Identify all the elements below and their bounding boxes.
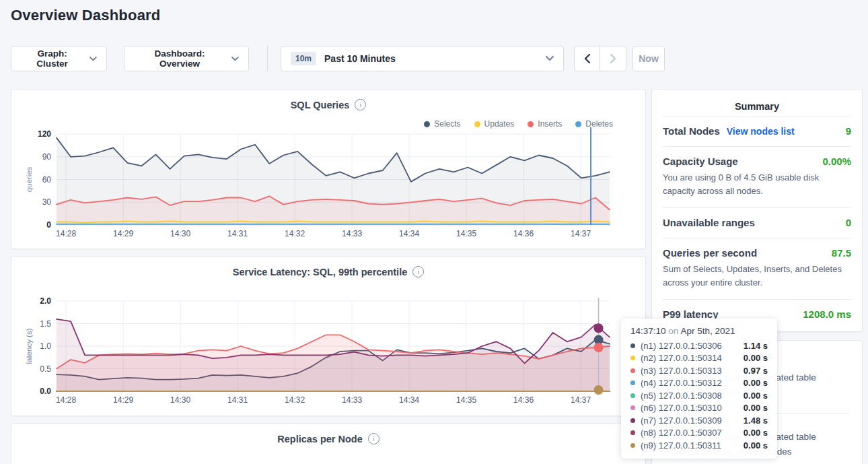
node-latency-value: 0.00 s [744, 391, 768, 401]
tooltip-timestamp: 14:37:10 on Apr 5th, 2021 [630, 326, 768, 336]
svg-text:30: 30 [42, 197, 52, 207]
replicas-per-node-card: Replicas per Node [11, 423, 646, 464]
svg-text:60: 60 [42, 175, 52, 185]
tooltip-node-row: (n1) 127.0.0.1:503061.14 s [630, 339, 768, 352]
svg-text:1.0: 1.0 [40, 341, 51, 351]
svg-text:0.0: 0.0 [40, 387, 51, 396]
tooltip-rows: (n1) 127.0.0.1:503061.14 s(n2) 127.0.0.1… [630, 339, 768, 452]
dashboard-selector-label: Dashboard: Overview [134, 48, 225, 69]
metric-value: 87.5 [832, 247, 851, 259]
now-button[interactable]: Now [632, 46, 665, 71]
node-latency-value: 0.00 s [744, 378, 768, 388]
svg-text:14:35: 14:35 [456, 395, 476, 405]
node-color-dot-icon [630, 430, 635, 435]
chevron-down-icon [231, 57, 239, 61]
svg-text:14:28: 14:28 [56, 229, 76, 238]
metric-label: Queries per second [663, 247, 757, 259]
node-address: (n5) 127.0.0.1:50308 [641, 391, 722, 401]
sql-queries-chart[interactable]: 030609012014:2814:2914:3014:3114:3214:33… [11, 90, 647, 250]
svg-text:latency (s): latency (s) [25, 328, 33, 364]
metric-label: Capacity Usage [663, 156, 738, 167]
metric-label: Unavailable ranges [663, 217, 755, 228]
node-address: (n8) 127.0.0.1:50307 [641, 428, 722, 438]
graph-selector-dropdown[interactable]: Graph: Cluster [11, 46, 107, 71]
svg-text:14:33: 14:33 [342, 395, 362, 405]
tooltip-node-row: (n4) 127.0.0.1:503120.00 s [630, 377, 768, 390]
node-color-dot-icon [630, 443, 635, 448]
metric-value: 0 [846, 217, 851, 228]
time-range-badge: 10m [291, 52, 316, 65]
node-color-dot-icon [630, 368, 635, 373]
time-range-dropdown[interactable]: 10m Past 10 Minutes [281, 46, 564, 71]
node-latency-value: 0.97 s [744, 366, 768, 376]
node-address: (n2) 127.0.0.1:50314 [641, 353, 722, 363]
svg-text:14:34: 14:34 [399, 395, 419, 405]
node-address: (n1) 127.0.0.1:50306 [641, 341, 722, 351]
metric-capacity-usage: Capacity Usage 0.00% You are using 0 B o… [663, 146, 851, 207]
node-address: (n7) 127.0.0.1:50309 [641, 416, 722, 426]
summary-title: Summary [663, 90, 851, 116]
svg-text:14:32: 14:32 [285, 395, 305, 405]
node-latency-value: 1.48 s [744, 416, 768, 426]
chevron-left-icon [584, 54, 590, 63]
tooltip-node-row: (n8) 127.0.0.1:503070.00 s [630, 427, 768, 440]
tooltip-node-row: (n6) 127.0.0.1:503100.00 s [630, 402, 768, 415]
node-address: (n3) 127.0.0.1:50313 [641, 366, 722, 376]
view-nodes-list-link[interactable]: View nodes list [727, 126, 795, 137]
node-address: (n4) 127.0.0.1:50312 [641, 378, 722, 388]
svg-text:2.0: 2.0 [40, 296, 51, 306]
toolbar-divider [267, 46, 268, 71]
node-color-dot-icon [630, 356, 635, 360]
svg-text:14:37: 14:37 [571, 395, 591, 405]
time-back-button[interactable] [575, 46, 600, 71]
node-color-dot-icon [630, 343, 635, 348]
svg-text:14:32: 14:32 [285, 229, 305, 238]
svg-text:queries: queries [25, 166, 33, 192]
chart-title-text: Replicas per Node [277, 434, 363, 444]
metric-total-nodes: Total Nodes View nodes list 9 [663, 116, 851, 146]
svg-text:14:31: 14:31 [227, 395, 248, 405]
sql-queries-card: SQL Queries SelectsUpdatesInsertsDeletes… [11, 89, 646, 249]
svg-text:14:37: 14:37 [571, 229, 591, 238]
svg-text:14:30: 14:30 [170, 229, 190, 238]
service-latency-card: Service Latency: SQL, 99th percentile 0.… [11, 256, 646, 416]
page-title: Overview Dashboard [11, 7, 160, 24]
node-color-dot-icon [630, 405, 635, 410]
time-range-label: Past 10 Minutes [324, 53, 538, 64]
node-address: (n9) 127.0.0.1:50311 [641, 440, 721, 451]
tooltip-node-row: (n5) 127.0.0.1:503080.00 s [630, 389, 768, 402]
svg-text:14:30: 14:30 [170, 395, 190, 405]
svg-text:14:31: 14:31 [227, 229, 248, 238]
service-latency-chart[interactable]: 0.00.51.01.52.014:2814:2914:3014:3114:32… [11, 257, 647, 417]
metric-queries-per-second: Queries per second 87.5 Sum of Selects, … [663, 238, 851, 299]
metric-description: Sum of Selects, Updates, Inserts, and De… [663, 263, 851, 290]
graph-selector-label: Graph: Cluster [21, 48, 83, 69]
chart-hover-tooltip: 14:37:10 on Apr 5th, 2021 (n1) 127.0.0.1… [621, 319, 777, 459]
svg-text:14:28: 14:28 [56, 395, 76, 405]
svg-text:14:29: 14:29 [113, 229, 133, 238]
node-color-dot-icon [630, 418, 635, 423]
info-icon[interactable] [368, 433, 379, 444]
node-latency-value: 0.00 s [744, 353, 768, 363]
summary-panel: Summary Total Nodes View nodes list 9 Ca… [651, 89, 863, 332]
svg-text:14:33: 14:33 [342, 229, 362, 238]
tooltip-node-row: (n9) 127.0.0.1:503110.00 s [630, 439, 768, 452]
tooltip-node-row: (n7) 127.0.0.1:503091.48 s [630, 414, 768, 427]
svg-text:0.5: 0.5 [40, 364, 51, 374]
svg-text:14:35: 14:35 [456, 229, 476, 238]
time-forward-button[interactable] [600, 46, 626, 71]
replicas-per-node-title: Replicas per Node [11, 433, 645, 444]
node-address: (n6) 127.0.0.1:50310 [641, 403, 722, 413]
node-color-dot-icon [630, 380, 635, 385]
dashboard-selector-dropdown[interactable]: Dashboard: Overview [124, 46, 249, 71]
svg-text:14:36: 14:36 [513, 395, 534, 405]
svg-text:0: 0 [46, 220, 51, 230]
svg-text:90: 90 [42, 152, 52, 162]
chevron-down-icon [546, 56, 554, 61]
svg-text:1.5: 1.5 [40, 319, 51, 329]
metric-unavailable-ranges: Unavailable ranges 0 [663, 207, 851, 238]
chevron-right-icon [610, 54, 616, 63]
metric-label: Total Nodes [663, 125, 720, 137]
svg-text:14:29: 14:29 [113, 395, 133, 405]
tooltip-node-row: (n3) 127.0.0.1:503130.97 s [630, 364, 768, 377]
